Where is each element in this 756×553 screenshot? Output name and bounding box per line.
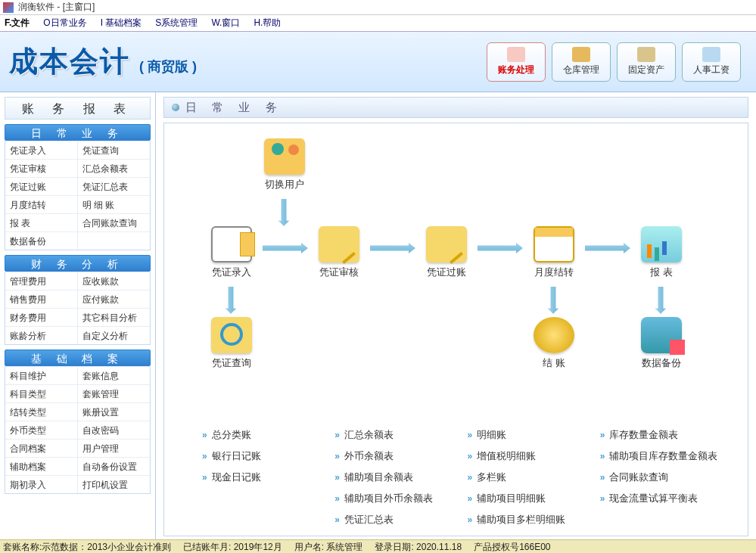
sidebar-item[interactable]: 数据备份: [5, 231, 78, 250]
wrench-icon: [637, 47, 655, 62]
link-item[interactable]: »辅助项目多栏明细账: [468, 513, 593, 527]
sidebar-item[interactable]: 结转类型: [5, 402, 78, 421]
node-report[interactable]: 报 表: [632, 226, 691, 279]
sidebar-item[interactable]: 套账信息: [78, 366, 151, 384]
sidebar-group-analysis-hdr[interactable]: 财 务 分 析: [5, 255, 151, 272]
sidebar-item[interactable]: 明 细 账: [78, 195, 151, 213]
flowchart: 切换用户 凭证录入 凭证审核 凭证过账 月度结转: [163, 123, 748, 536]
chevron-right-icon: »: [600, 493, 605, 504]
sidebar-item[interactable]: 报 表: [5, 213, 78, 231]
chevron-right-icon: »: [600, 451, 605, 461]
toolbar-payroll[interactable]: 人事工资: [682, 42, 741, 82]
link-label: 现金流量试算平衡表: [609, 492, 698, 505]
link-item[interactable]: »辅助项目外币余额表: [334, 492, 459, 505]
link-item[interactable]: »辅助项目库存数量金额表: [600, 449, 725, 463]
toolbar-assets[interactable]: 固定资产: [617, 42, 676, 82]
node-switch-user[interactable]: 切换用户: [255, 138, 314, 191]
sidebar-item[interactable]: 外币类型: [5, 421, 78, 439]
box-icon: [572, 47, 590, 62]
toolbar-warehouse[interactable]: 仓库管理: [552, 42, 611, 82]
arrow-down-icon: [548, 287, 558, 314]
menu-base[interactable]: I 基础档案: [101, 17, 142, 30]
link-item[interactable]: »总分类账: [202, 428, 327, 442]
sidebar-item[interactable]: 账龄分析: [5, 326, 78, 344]
chevron-right-icon: »: [334, 514, 340, 525]
people-icon: [702, 47, 720, 62]
status-account: 套账名称:示范数据：2013小企业会计准则: [3, 540, 171, 553]
sidebar-item[interactable]: 期初录入: [5, 475, 78, 493]
sidebar-item[interactable]: 月度结转: [5, 195, 78, 213]
sidebar-item[interactable]: 财务费用: [5, 308, 78, 326]
arrow-right-icon: [263, 243, 308, 253]
menu-help[interactable]: H.帮助: [254, 17, 281, 30]
coins-icon: [534, 317, 574, 353]
menu-daily[interactable]: O日常业务: [43, 17, 86, 30]
node-label: 月度结转: [524, 266, 583, 279]
link-item[interactable]: »库存数量金额表: [600, 428, 725, 442]
status-login: 登录日期: 2020.11.18: [375, 540, 462, 553]
sidebar-item[interactable]: 账册设置: [78, 402, 151, 421]
node-label: 切换用户: [255, 178, 314, 191]
node-label: 凭证录入: [202, 266, 261, 279]
chevron-right-icon: »: [334, 451, 340, 461]
sidebar-item[interactable]: 科目类型: [5, 384, 78, 402]
link-item[interactable]: »凭证汇总表: [334, 513, 459, 527]
header-band: 成本会计 ( 商贸版 ) 账务处理 仓库管理 固定资产 人事工资: [0, 32, 756, 92]
sidebar-item[interactable]: 销售费用: [5, 290, 78, 308]
link-item[interactable]: »现金日记账: [202, 471, 327, 484]
sidebar-item[interactable]: 管理费用: [5, 272, 78, 290]
sidebar-item[interactable]: 凭证审核: [5, 159, 78, 177]
sidebar-item[interactable]: 凭证汇总表: [78, 177, 151, 195]
sidebar-item[interactable]: 合同档案: [5, 439, 78, 457]
sidebar-item[interactable]: 套账管理: [78, 384, 151, 402]
sidebar-item[interactable]: 应收账款: [78, 272, 151, 290]
link-item[interactable]: »辅助项目余额表: [334, 471, 459, 484]
link-label: 增值税明细账: [477, 449, 536, 463]
node-settle[interactable]: 结 账: [524, 317, 583, 370]
chevron-right-icon: »: [334, 493, 340, 504]
sidebar-item[interactable]: 凭证录入: [5, 141, 78, 159]
sidebar-group-daily-hdr[interactable]: 日 常 业 务: [5, 124, 151, 141]
sidebar-item[interactable]: 自定义分析: [78, 326, 151, 344]
node-voucher-post[interactable]: 凭证过账: [417, 226, 476, 279]
sidebar-item[interactable]: 科目维护: [5, 366, 78, 384]
titlebar: 润衡软件 - [主窗口]: [0, 0, 756, 15]
sidebar-item[interactable]: 凭证查询: [78, 141, 151, 159]
node-month-close[interactable]: 月度结转: [524, 226, 583, 279]
sidebar-item[interactable]: 自改密码: [78, 421, 151, 439]
sidebar-item[interactable]: 自动备份设置: [78, 457, 151, 475]
link-label: 辅助项目外币余额表: [344, 492, 433, 505]
link-item[interactable]: »多栏账: [468, 471, 593, 484]
node-voucher-input[interactable]: 凭证录入: [202, 226, 261, 279]
link-item[interactable]: »明细账: [468, 428, 593, 442]
bullet-icon: [172, 104, 179, 111]
folder-pen-icon: [426, 226, 467, 263]
link-item[interactable]: »增值税明细账: [468, 449, 593, 463]
link-item[interactable]: »银行日记账: [202, 449, 327, 463]
sidebar-item[interactable]: 其它科目分析: [78, 308, 151, 326]
sidebar-group-base-hdr[interactable]: 基 础 档 案: [5, 350, 151, 366]
sidebar-item[interactable]: 汇总余额表: [78, 159, 151, 177]
link-item[interactable]: »现金流量试算平衡表: [600, 492, 725, 505]
link-item[interactable]: »汇总余额表: [334, 428, 459, 442]
sidebar-item[interactable]: 合同账款查询: [78, 213, 151, 231]
sidebar-item[interactable]: 打印机设置: [78, 475, 151, 493]
sidebar-item[interactable]: 凭证过账: [5, 177, 78, 195]
toolbar: 账务处理 仓库管理 固定资产 人事工资: [487, 42, 741, 82]
node-voucher-audit[interactable]: 凭证审核: [310, 226, 369, 279]
link-item[interactable]: »辅助项目明细账: [468, 492, 593, 505]
menu-file[interactable]: F.文件: [5, 17, 30, 30]
node-voucher-query[interactable]: 凭证查询: [202, 317, 261, 370]
link-item[interactable]: »外币余额表: [334, 449, 459, 463]
toolbar-accounting[interactable]: 账务处理: [487, 42, 546, 82]
sidebar-item[interactable]: 用户管理: [78, 439, 151, 457]
link-label: 银行日记账: [212, 449, 261, 463]
menu-system[interactable]: S系统管理: [155, 17, 198, 30]
link-item[interactable]: »合同账款查询: [600, 471, 725, 484]
disk-icon: [641, 317, 682, 353]
menu-window[interactable]: W.窗口: [211, 17, 240, 30]
node-backup[interactable]: 数据备份: [632, 317, 691, 370]
sidebar-item[interactable]: 应付账款: [78, 290, 151, 308]
report-links: »总分类账 »银行日记账 »现金日记账 »汇总余额表 »外币余额表 »辅助项目余…: [164, 415, 748, 533]
sidebar-item[interactable]: 辅助档案: [5, 457, 78, 475]
